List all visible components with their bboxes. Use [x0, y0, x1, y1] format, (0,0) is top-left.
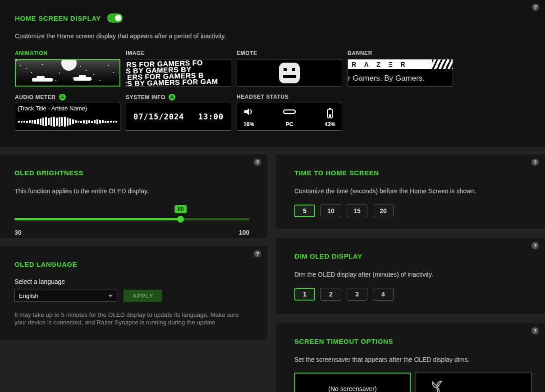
panel-title: OLED BRIGHTNESS — [14, 169, 249, 177]
emote-eye — [292, 68, 295, 71]
language-selected-value: English — [19, 292, 38, 299]
panel-title: OLED LANGUAGE — [14, 260, 249, 268]
animation-preview — [16, 60, 119, 86]
razer-badge-icon — [59, 94, 66, 100]
image-label: IMAGE — [126, 50, 145, 56]
battery-percent: 43% — [325, 121, 335, 128]
time-option-20[interactable]: 20 — [373, 205, 394, 217]
headset-status-label: HEADSET STATUS — [237, 94, 289, 100]
oled-settings-page: ? HOME SCREEN DISPLAY Customize the Home… — [0, 0, 545, 392]
chevron-down-icon — [108, 295, 113, 297]
date-text: 07/15/2024 — [133, 112, 184, 121]
help-icon[interactable]: ? — [532, 4, 539, 11]
language-field-label: Select a language — [14, 278, 249, 285]
panel-title: SCREEN TIMEOUT OPTIONS — [294, 337, 527, 345]
razer-wordmark: R Λ Z Ξ R — [352, 61, 432, 68]
cloud-graphic — [32, 78, 53, 82]
dim-option-3[interactable]: 3 — [347, 288, 367, 301]
battery-icon — [327, 108, 333, 120]
panel-description: Dim the OLED display after (minutes) of … — [294, 271, 527, 278]
panel-title: TIME TO HOME SCREEN — [294, 169, 527, 177]
panel-description: Customize the time (seconds) before the … — [294, 187, 527, 195]
dim-oled-panel: ? DIM OLED DISPLAY Dim the OLED display … — [275, 238, 545, 314]
time-option-15[interactable]: 15 — [347, 205, 367, 217]
headset-status-tile[interactable]: 16% PC 43% — [237, 103, 342, 131]
system-info-preview: 07/15/2024 13:00 — [126, 103, 231, 130]
audio-meter-label-row: AUDIO METER — [15, 94, 66, 100]
dim-option-2[interactable]: 2 — [321, 288, 341, 301]
volume-percent: 16% — [243, 121, 254, 128]
banner-tagline: r Gamers. By Gamers. — [348, 74, 425, 83]
razer-badge-icon — [169, 94, 175, 100]
system-info-label: SYSTEM INFO — [126, 94, 165, 100]
headset-status-preview: 16% PC 43% — [237, 103, 342, 130]
slider-fill — [14, 218, 181, 220]
animation-tile[interactable] — [15, 59, 120, 87]
help-icon[interactable]: ? — [531, 242, 539, 249]
panel-description: Set the screensaver that appears after t… — [294, 356, 527, 363]
slider-min-label: 30 — [14, 229, 22, 236]
stripes-graphic — [432, 59, 453, 69]
section-description: Customize the Home screen display that a… — [15, 32, 226, 40]
emote-tile[interactable] — [237, 59, 342, 87]
banner-tile[interactable]: R Λ Z Ξ R r Gamers. By Gamers. — [348, 59, 453, 87]
time-option-5[interactable]: 5 — [294, 205, 315, 217]
help-icon[interactable]: ? — [531, 327, 539, 334]
usb-c-icon — [283, 108, 296, 118]
emote-label: EMOTE — [237, 50, 257, 56]
moon-graphic — [61, 59, 77, 71]
banner-label: BANNER — [348, 50, 372, 56]
home-screen-display-toggle[interactable] — [107, 14, 123, 23]
home-screen-display-section: ? HOME SCREEN DISPLAY Customize the Home… — [0, 0, 545, 147]
oled-brightness-panel: ? OLED BRIGHTNESS This function applies … — [0, 155, 267, 238]
apply-button[interactable]: APPLY — [124, 290, 162, 302]
time-text: 13:00 — [198, 112, 224, 121]
image-preview: RS FOR GAMERS FO IS BY GAMERS BY ERS FOR… — [126, 59, 231, 87]
image-tile[interactable]: RS FOR GAMERS FO IS BY GAMERS BY ERS FOR… — [126, 59, 231, 87]
banner-top-bar: R Λ Z Ξ R — [348, 59, 453, 69]
help-icon[interactable]: ? — [531, 159, 539, 166]
time-option-10[interactable]: 10 — [321, 205, 341, 217]
stars-graphic — [16, 60, 17, 61]
dim-option-4[interactable]: 4 — [373, 288, 394, 301]
slider-thumb[interactable] — [177, 216, 184, 223]
volume-icon — [244, 108, 254, 118]
system-info-tile[interactable]: 07/15/2024 13:00 — [126, 103, 231, 131]
smiley-emote-graphic — [279, 63, 300, 83]
cloud-graphic — [73, 77, 92, 81]
audio-meter-label: AUDIO METER — [15, 94, 56, 100]
razer-snake-logo-icon — [427, 378, 448, 392]
slider-value-bubble: 80 — [174, 205, 187, 213]
panel-title: DIM OLED DISPLAY — [294, 252, 527, 260]
system-info-label-row: SYSTEM INFO — [126, 94, 175, 100]
audio-meter-tile[interactable]: (Track Title - Artiste Name) — [15, 103, 120, 131]
oled-language-panel: ? OLED LANGUAGE Select a language Englis… — [0, 246, 267, 340]
audio-waveform — [18, 117, 117, 127]
dim-option-1[interactable]: 1 — [294, 288, 315, 301]
track-title-text: (Track Title - Artiste Name) — [18, 105, 87, 112]
emote-mouth — [283, 75, 296, 78]
panel-description: This function applies to the entire OLED… — [14, 187, 249, 195]
screensaver-option-none[interactable]: (No screensaver) — [294, 373, 411, 392]
toggle-knob — [115, 15, 121, 21]
emote-eye — [284, 68, 287, 71]
screensaver-none-label: (No screensaver) — [295, 385, 410, 392]
screen-timeout-panel: ? SCREEN TIMEOUT OPTIONS Set the screens… — [275, 323, 545, 392]
image-text-line: RS BY GAMERS FOR GAM — [126, 77, 231, 87]
brightness-slider[interactable]: 80 — [14, 210, 249, 228]
help-icon[interactable]: ? — [254, 159, 261, 166]
time-to-home-panel: ? TIME TO HOME SCREEN Customize the time… — [275, 155, 545, 229]
slider-max-label: 100 — [239, 229, 249, 236]
language-select[interactable]: English — [14, 290, 117, 302]
language-note: It may take up to 5 minutes for the OLED… — [14, 311, 249, 326]
screensaver-option-razer-logo[interactable] — [416, 373, 532, 392]
animation-label: ANIMATION — [15, 50, 48, 56]
connection-source: PC — [286, 121, 293, 128]
help-icon[interactable]: ? — [254, 250, 261, 257]
section-title: HOME SCREEN DISPLAY — [15, 14, 101, 22]
